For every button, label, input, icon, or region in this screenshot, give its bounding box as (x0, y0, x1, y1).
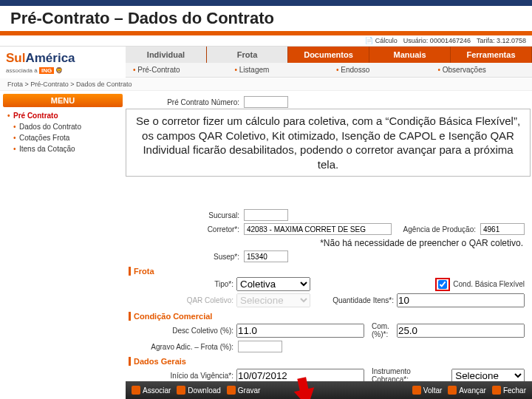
tab-frota[interactable]: Frota (207, 47, 288, 63)
forward-icon (448, 386, 457, 395)
footer-toolbar: Associar Download Gravar Voltar Avançar … (126, 381, 532, 399)
cond-flex-checkbox[interactable] (438, 280, 447, 289)
agravo-input[interactable] (238, 341, 282, 352)
susep-input[interactable] (244, 250, 288, 262)
cond-flex-label: Cond. Básica Flexível (453, 280, 525, 288)
breadcrumb: Frota > Pré-Contrato > Dados de Contrato (0, 78, 532, 91)
instrumento-select[interactable]: Selecione (451, 369, 525, 383)
download-button[interactable]: Download (177, 386, 220, 395)
menu-header: MENU (3, 94, 123, 107)
user-label: Usuário: 00001467246 (403, 37, 471, 44)
calc-link[interactable]: 📄 Cálculo (365, 37, 398, 44)
comissao-label: Com.(%)*: (372, 322, 394, 338)
desc-coletivo-label: Desc Coletivo (%): (129, 327, 233, 335)
slide-title: Pré-Contrato – Dados do Contrato (10, 9, 522, 28)
close-icon (492, 386, 501, 395)
corretor-label: Corretor*: (129, 225, 239, 233)
top-tabs: Individual Frota Documentos Manuais Ferr… (126, 47, 532, 63)
section-dados-gerais: Dados Gerais (129, 357, 525, 366)
qtd-itens-input[interactable] (397, 293, 525, 307)
save-icon (227, 386, 236, 395)
fechar-button[interactable]: Fechar (492, 386, 526, 395)
pre-num-input[interactable] (244, 96, 288, 108)
subtab-endosso[interactable]: Endosso (329, 63, 431, 77)
inicio-vigencia-label: Início da Vigência*: (129, 372, 233, 380)
associar-button[interactable]: Associar (132, 386, 171, 395)
qar-coletivo-label: QAR Coletivo: (129, 296, 233, 304)
subtab-listagem[interactable]: Listagem (228, 63, 330, 77)
subtab-pre-contrato[interactable]: Pré-Contrato (126, 63, 228, 77)
voltar-button[interactable]: Voltar (412, 386, 443, 395)
tab-individual[interactable]: Individual (126, 47, 207, 63)
avancar-button[interactable]: Avançar (448, 386, 486, 395)
section-frota: Frota (129, 267, 525, 276)
tipo-frota-select[interactable]: Coletiva (236, 277, 310, 291)
download-icon (177, 386, 185, 395)
cond-flex-highlight (435, 278, 450, 291)
agencia-input[interactable] (480, 223, 525, 235)
sucursal-input[interactable] (244, 209, 288, 221)
tab-documentos[interactable]: Documentos (288, 47, 369, 63)
content-area: Pré Contrato Número: Tipo Segurado*: Pes… (126, 91, 532, 399)
comissao-input[interactable] (397, 324, 525, 338)
qtd-itens-label: Quantidade Itens*: (332, 296, 394, 304)
sidebar-item-pre-contrato[interactable]: Pré Contrato (7, 110, 118, 121)
sidebar-item-itens-cotacao[interactable]: Itens da Cotação (7, 143, 118, 154)
gravar-button[interactable]: Gravar (227, 386, 261, 395)
sidebar-item-cotacoes-frota[interactable]: Cotações Frota (7, 132, 118, 143)
agravo-label: Agravo Adic. – Frota (%): (129, 343, 233, 351)
logo: SulAmérica associada à ING 🦁 (0, 47, 126, 78)
tipo-frota-label: Tipo*: (129, 280, 233, 288)
desc-coletivo-input[interactable] (236, 324, 364, 338)
app-header-strip: 📄 Cálculo Usuário: 00001467246 Tarifa: 3… (0, 35, 532, 47)
annotation-callout: Se o corretor fizer um cálculo para cole… (126, 109, 531, 177)
subtab-observacoes[interactable]: Observações (431, 63, 533, 77)
tab-ferramentas[interactable]: Ferramentas (451, 47, 532, 63)
sub-tabs: Pré-Contrato Listagem Endosso Observaçõe… (126, 63, 532, 78)
sucursal-label: Sucursal: (129, 211, 239, 219)
slide-title-bar: Pré-Contrato – Dados do Contrato (0, 0, 532, 35)
back-icon (412, 386, 421, 395)
agencia-label: Agência de Produção: (403, 225, 476, 233)
tab-manuais[interactable]: Manuais (369, 47, 451, 63)
qar-coletivo-select: Selecione (236, 293, 310, 307)
susep-label: Susep*: (129, 253, 239, 261)
tariff-label: Tarifa: 3.12.0758 (477, 37, 526, 44)
sidebar: MENU Pré Contrato Dados do Contrato Cota… (0, 91, 126, 399)
annotation-note: *Não há necessidade de preencher o QAR c… (130, 238, 523, 248)
sidebar-item-dados-contrato[interactable]: Dados do Contrato (7, 121, 118, 132)
section-cond-comercial: Condição Comercial (129, 312, 525, 321)
corretor-input[interactable] (244, 223, 392, 235)
link-icon (132, 386, 140, 395)
pre-num-label: Pré Contrato Número: (129, 98, 239, 106)
annotation-text: Se o corretor fizer um cálculo para cole… (134, 114, 522, 171)
